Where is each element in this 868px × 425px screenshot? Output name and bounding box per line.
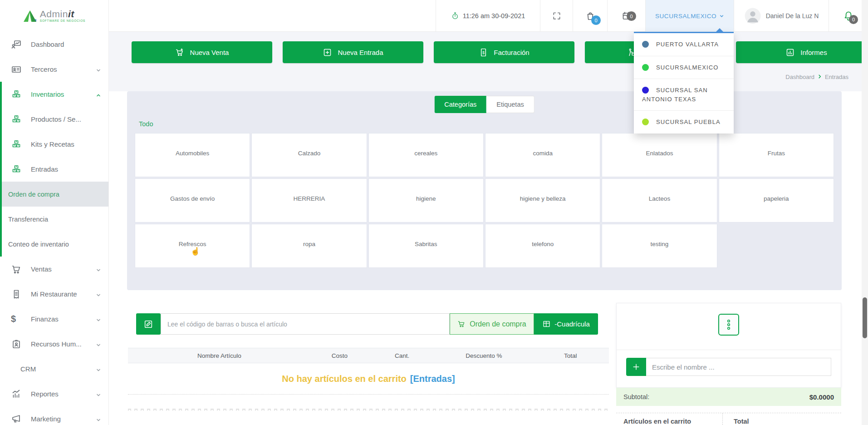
category-tile[interactable]: Refrescos (135, 224, 250, 268)
sidebar-item-kits-recetas[interactable]: Kits y Recetas (2, 132, 108, 157)
sidebar-group-inventarios: Inventarios Productos / Se... Kits y Rec… (0, 82, 108, 257)
category-tile[interactable]: Sabritas (368, 224, 484, 268)
id-card-icon (11, 64, 22, 75)
sidebar-item-label: Conteo de inventario (8, 241, 69, 248)
facturacion-button[interactable]: $ Facturación (434, 41, 574, 63)
branch-option-sucursal-puebla[interactable]: SUCURSAL PUEBLA (634, 111, 734, 133)
breadcrumb: Dashboard Entradas (785, 74, 848, 80)
category-tile[interactable]: cereales (368, 133, 484, 177)
category-tile[interactable]: ropa (251, 224, 367, 268)
app-logo[interactable]: Adminit SOFTWARE DE NEGOCIOS (0, 0, 108, 32)
cart-summary-columns: Artículos en el carrito Total (616, 413, 841, 425)
user-menu[interactable]: Daniel De la Luz N (734, 0, 829, 32)
sidebar-item-finanzas[interactable]: $ Finanzas (0, 306, 108, 331)
category-tile[interactable]: Lacteos (602, 178, 717, 222)
branch-dot (642, 64, 649, 71)
informes-button[interactable]: Informes (736, 41, 868, 63)
sidebar-item-reportes[interactable]: Reportes (0, 381, 108, 406)
sidebar-item-label: Ventas (31, 265, 52, 273)
sidebar-item-conteo-inventario[interactable]: Conteo de inventario (2, 232, 108, 257)
dollar-icon: $ (11, 314, 22, 325)
category-tile[interactable]: papeleria (719, 178, 834, 222)
logo-triangle-icon (23, 10, 37, 22)
col-costo: Costo (311, 352, 368, 359)
bell-badge: 0 (849, 15, 858, 24)
subtotal-value: $0.0000 (809, 393, 834, 401)
chevron-right-icon (817, 74, 822, 80)
calendar-button[interactable]: 0 (607, 0, 645, 32)
chevron-down-icon (96, 267, 101, 274)
orden-de-compra-button[interactable]: Orden de compra (450, 313, 534, 335)
scrollbar-thumb[interactable] (863, 297, 867, 338)
sidebar-item-orden-de-compra[interactable]: Orden de compra (2, 182, 108, 207)
barcode-search-input[interactable] (161, 313, 450, 335)
sidebar-item-transferencia[interactable]: Transferencia (2, 207, 108, 232)
add-item-button[interactable] (626, 358, 646, 376)
sidebar-item-ventas[interactable]: Ventas (0, 257, 108, 282)
sidebar-item-mi-restaurante[interactable]: Mi Restaurante (0, 282, 108, 306)
boxes-icon (11, 139, 22, 150)
sidebar-item-marketing[interactable]: Marketing (0, 406, 108, 425)
sidebar-item-label: CRM (20, 365, 36, 373)
sidebar-item-dashboard[interactable]: Dashboard (0, 32, 108, 57)
category-tile[interactable]: testing (602, 224, 717, 268)
category-tile[interactable]: Gastos de envío (135, 178, 250, 222)
branch-option-puerto-vallarta[interactable]: PUERTO VALLARTA (634, 33, 734, 56)
sidebar-item-crm[interactable]: CRM (0, 356, 108, 381)
sidebar-item-label: Kits y Recetas (31, 140, 74, 148)
cuadricula-button[interactable]: -Cuadrícula (534, 313, 598, 335)
subtotal-label: Subtotal: (623, 393, 649, 400)
breadcrumb-dashboard[interactable]: Dashboard (785, 74, 814, 80)
scrollbar[interactable] (862, 0, 868, 425)
breadcrumb-current: Entradas (825, 74, 848, 80)
bag-button[interactable]: 0 (573, 0, 607, 32)
calendar-badge: 0 (627, 11, 636, 21)
branch-dot (642, 87, 649, 94)
sidebar-item-label: Reportes (31, 390, 59, 398)
chevron-down-icon (96, 292, 101, 299)
nueva-venta-button[interactable]: Nueva Venta (132, 41, 272, 63)
sidebar-item-label: Mi Restaurante (31, 290, 77, 298)
category-tile[interactable]: Enlatados (602, 133, 717, 177)
cart-table: Nombre Artículo Costo Cant. Descuento % … (128, 348, 609, 413)
category-tile[interactable]: higiene (368, 178, 484, 222)
category-tile[interactable]: Automobiles (135, 133, 250, 177)
category-tile[interactable]: HERRERIA (251, 178, 367, 222)
tab-etiquetas[interactable]: Etiquetas (486, 96, 534, 113)
sidebar-item-label: Inventarios (31, 90, 64, 98)
edit-icon (143, 319, 153, 329)
category-tile[interactable]: Calzado (251, 133, 367, 177)
chevron-down-icon (96, 67, 101, 74)
sidebar-item-entradas[interactable]: Entradas (2, 157, 108, 182)
branch-selector[interactable]: SUCURSALMEXICO (645, 0, 734, 32)
plus-icon (632, 362, 641, 371)
chevron-down-icon (96, 316, 101, 324)
category-tile[interactable]: telefono (485, 224, 600, 268)
category-tile[interactable]: comida (485, 133, 600, 177)
plus-square-icon (323, 48, 332, 57)
tab-categorias[interactable]: Categorías (434, 96, 486, 113)
branch-option-sucursalmexico[interactable]: SUCURSALMEXICO (634, 56, 734, 79)
sidebar-item-recursos-humanos[interactable]: Recursos Hum... (0, 331, 108, 356)
more-options-button[interactable] (718, 314, 739, 336)
receipt-icon (11, 289, 22, 300)
nueva-entrada-button[interactable]: Nueva Entrada (283, 41, 423, 63)
category-tile[interactable]: Frutas (719, 133, 834, 177)
sidebar-item-terceros[interactable]: Terceros (0, 57, 108, 82)
logo-wordmark: Adminit (40, 9, 85, 19)
chevron-down-icon (96, 366, 101, 374)
sidebar-item-productos[interactable]: Productos / Se... (2, 107, 108, 132)
avatar (744, 7, 761, 25)
logo-tagline: SOFTWARE DE NEGOCIOS (40, 20, 85, 23)
filter-todo-link[interactable]: Todo (139, 120, 153, 128)
sidebar-item-label: Productos / Se... (31, 115, 81, 123)
item-name-input[interactable] (646, 358, 831, 376)
fullscreen-button[interactable] (540, 0, 573, 32)
col-cant: Cant. (368, 352, 436, 359)
manual-entry-button[interactable] (136, 313, 161, 335)
boxes-icon (11, 114, 22, 125)
sidebar-item-label: Entradas (31, 165, 58, 173)
branch-option-san-antonio-texas[interactable]: SUCURSAL SAN ANTONIO TEXAS (634, 79, 734, 111)
category-tile[interactable]: higiene y belleza (485, 178, 600, 222)
sidebar-item-inventarios[interactable]: Inventarios (2, 82, 108, 107)
